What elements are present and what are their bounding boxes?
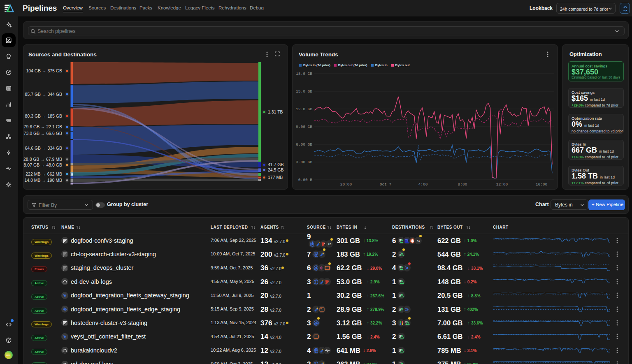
svg-text:0.00 B: 0.00 B — [298, 178, 313, 182]
svg-text:3.00 GB: 3.00 GB — [296, 160, 312, 165]
svg-text:6.00 GB: 6.00 GB — [296, 142, 312, 147]
svg-text:20:00: 20:00 — [340, 182, 352, 187]
svg-text:28.8 GB → 67.9 MB: 28.8 GB → 67.9 MB — [23, 157, 62, 162]
svg-text:16:00: 16:00 — [536, 182, 548, 187]
svg-text:18.0 GB: 18.0 GB — [296, 72, 312, 76]
svg-text:Oct 7: Oct 7 — [380, 182, 392, 187]
svg-text:12.0 GB: 12.0 GB — [296, 107, 312, 111]
svg-text:14.8 MB → 190 MB: 14.8 MB → 190 MB — [24, 178, 62, 183]
svg-text:73.0 GB → 66.6 GB: 73.0 GB → 66.6 GB — [24, 131, 62, 136]
svg-text:85.7 GB → 344 GB: 85.7 GB → 344 GB — [25, 92, 62, 97]
svg-text:64.6 GB → 334 GB: 64.6 GB → 334 GB — [25, 146, 62, 151]
svg-text:+2: +2 — [328, 243, 331, 246]
svg-text:+1: +1 — [417, 239, 420, 242]
svg-text:24.5 GB: 24.5 GB — [268, 167, 284, 172]
svg-text:8:00: 8:00 — [458, 182, 467, 187]
svg-text:12:00: 12:00 — [496, 182, 508, 187]
svg-text:177 MB: 177 MB — [268, 175, 283, 180]
svg-text:104 GB → 375 GB: 104 GB → 375 GB — [26, 68, 62, 73]
svg-text:8.07 GB → 48.0 GB: 8.07 GB → 48.0 GB — [24, 162, 62, 167]
svg-text:222 MB → 662 MB: 222 MB → 662 MB — [26, 172, 62, 176]
svg-text:1.31 TB: 1.31 TB — [268, 109, 283, 114]
svg-text:80.3 GB → 185 GB: 80.3 GB → 185 GB — [25, 114, 62, 118]
svg-text:15.0 GB: 15.0 GB — [296, 89, 312, 94]
svg-text:4:00: 4:00 — [418, 182, 428, 187]
svg-text:41.7 GB: 41.7 GB — [268, 162, 284, 167]
svg-text:9.00 GB: 9.00 GB — [296, 125, 312, 129]
svg-text:79.6 GB → 22.1 GB: 79.6 GB → 22.1 GB — [24, 124, 62, 129]
